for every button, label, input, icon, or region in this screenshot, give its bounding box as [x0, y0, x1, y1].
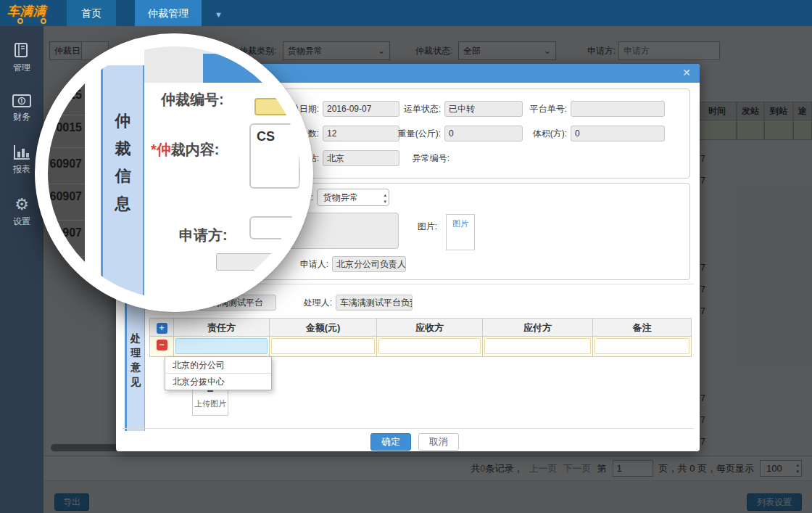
tab-arbitration[interactable]: 仲裁管理 — [135, 0, 202, 26]
lens-order-number: 60907 — [48, 157, 82, 171]
receivable-input[interactable] — [378, 338, 481, 354]
lens-content: 0015 0015 60907 60907 0907 仲裁信息 仲裁编号: *仲… — [48, 46, 300, 299]
arb-category-select[interactable]: 货物异常 ▴▾ — [317, 189, 389, 206]
sidebar-item-manage[interactable]: 管理 — [0, 41, 44, 74]
volume-label: 体积(方): — [509, 128, 567, 140]
sidebar-item-finance[interactable]: 财务 — [0, 93, 44, 123]
field-abnormal-no: 异常编号: — [383, 149, 450, 167]
confirm-button[interactable]: 确定 — [370, 433, 411, 451]
cancel-button[interactable]: 取消 — [418, 433, 459, 451]
col-amount: 金额(元) — [270, 318, 377, 337]
waybill-status-label: 运单状态: — [383, 103, 441, 115]
lens-content-label: *仲裁内容: — [151, 140, 219, 160]
col-responsible: 责任方 — [174, 318, 270, 337]
image-link[interactable]: 图片 — [447, 218, 474, 229]
logo-wheel-icon — [41, 18, 46, 24]
bar-chart-icon — [12, 144, 31, 161]
field-volume: 体积(方): 0 — [509, 125, 665, 142]
sidebar-item-label: 管理 — [0, 62, 44, 74]
field-platform-no: 平台单号: — [509, 100, 665, 118]
field-handler-person: 处理人: 车满满测试平台负责人 — [290, 294, 413, 311]
col-payable: 应付方 — [483, 318, 593, 337]
tab-home[interactable]: 首页 — [67, 0, 116, 26]
abnormal-no-label: 异常编号: — [383, 152, 450, 165]
app-logo[interactable]: 车满满 — [7, 2, 64, 24]
field-applicant-person: 申请人: 北京分公司负责人 — [270, 255, 406, 273]
handler-person-input[interactable]: 车满满测试平台负责人 — [336, 295, 413, 311]
image-thumb-box[interactable]: 图片 — [446, 214, 475, 250]
section-title: 处理意见 — [130, 331, 141, 389]
close-icon[interactable]: ✕ — [682, 67, 691, 78]
remove-row-button[interactable]: − — [157, 340, 167, 350]
logo-wheel-icon — [17, 18, 23, 24]
lens-arb-no-label: 仲裁编号: — [161, 90, 224, 110]
add-row-button[interactable]: + — [157, 323, 167, 334]
sidebar-item-label: 设置 — [0, 216, 44, 228]
volume-input[interactable]: 0 — [571, 126, 665, 141]
applicant-person-input[interactable]: 北京分公司负责人 — [332, 256, 406, 272]
lens-order-number: 0907 — [48, 226, 82, 239]
modal-footer: 确定 取消 — [122, 428, 694, 452]
dropdown-option[interactable]: 北京的分公司 — [165, 357, 271, 373]
platform-no-input[interactable] — [571, 101, 665, 117]
lens-section-title: 仲裁信息 — [115, 107, 132, 218]
opinion-table-header: + 责任方 金额(元) 应收方 应付方 备注 — [149, 318, 692, 337]
lens-content-textarea-fragment: CS — [249, 123, 300, 189]
amount-input[interactable] — [271, 338, 375, 354]
app-screen: 仲裁日期 仲裁类别: 货物异常 ⌄ 仲裁状态: 全部 ⌄ 申请方: 时间 发站 … — [0, 0, 812, 513]
sidebar-item-label: 财务 — [0, 111, 44, 123]
lens-input-fragment — [249, 216, 300, 239]
spinner-arrows-icon: ▴▾ — [384, 192, 386, 205]
image-label: 图片: — [397, 221, 437, 233]
col-remark: 备注 — [593, 318, 692, 337]
book-icon — [12, 41, 31, 59]
responsible-dropdown: 北京的分公司 北京分拨中心 — [165, 356, 272, 390]
field-image: 图片: — [397, 218, 437, 235]
arb-category-value: 货物异常 — [323, 192, 358, 202]
opinion-table-row: − — [149, 337, 692, 357]
col-receivable: 应收方 — [377, 318, 483, 337]
gear-icon: ⚙ — [14, 195, 29, 213]
field-waybill-status: 运单状态: 已中转 — [383, 100, 523, 118]
left-sidebar: 管理 财务 报表 ⚙ 设置 — [0, 26, 44, 513]
lens-applicant-label: 申请方: — [179, 226, 228, 245]
lens-order-number: 0015 — [48, 121, 82, 134]
section-handling-opinion: 处理意见 — [125, 289, 145, 431]
logo-text: 车满满 — [7, 4, 46, 18]
responsible-input[interactable] — [175, 338, 268, 354]
dropdown-option[interactable]: 北京分拨中心 — [165, 373, 271, 390]
magnifier-lens: 0015 0015 60907 60907 0907 仲裁信息 仲裁编号: *仲… — [35, 33, 313, 312]
top-navbar: 车满满 首页 仲裁管理 ▼ — [0, 0, 812, 26]
lens-order-number: 60907 — [48, 190, 82, 203]
money-icon — [12, 93, 32, 109]
handler-person-label: 处理人: — [290, 297, 332, 309]
field-weight: 重量(公斤): 0 — [383, 125, 523, 142]
upload-label: 上传图片 — [194, 399, 226, 408]
lens-section-strip: 仲裁信息 — [101, 65, 144, 299]
remark-input[interactable] — [594, 338, 689, 354]
lens-content-snippet: CS — [257, 129, 275, 144]
payable-input[interactable] — [484, 338, 591, 354]
caret-down-icon[interactable]: ▼ — [215, 10, 223, 19]
lens-arb-no-input-fragment — [254, 98, 300, 115]
weight-label: 重量(公斤): — [383, 128, 441, 140]
platform-no-label: 平台单号: — [509, 103, 567, 115]
opinion-table: + 责任方 金额(元) 应收方 应付方 备注 − — [149, 318, 692, 357]
